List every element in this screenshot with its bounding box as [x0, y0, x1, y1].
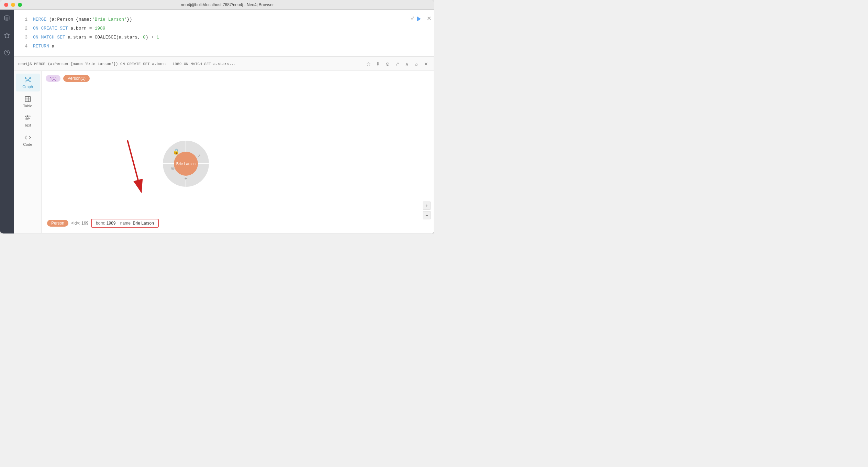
query-preview: neo4j$ MERGE (a:Person {name:'Brie Larso…	[18, 62, 362, 66]
svg-text:↗: ↗	[197, 153, 201, 159]
id-text: <id>: 169	[71, 221, 88, 226]
bottom-person-badge[interactable]: Person	[47, 220, 68, 227]
svg-point-2	[4, 50, 10, 55]
result-close-button[interactable]: ✕	[423, 61, 430, 67]
result-body: Graph Table	[14, 71, 434, 233]
run-button[interactable]	[415, 15, 423, 23]
nav-graph-label: Graph	[22, 85, 33, 89]
search-icon[interactable]: ⌕	[413, 61, 420, 67]
code-expand-button[interactable]: ⤢	[411, 15, 415, 21]
node-label: Brie Larson	[176, 161, 196, 166]
circle-menu: 🔒 ↗ ✦ ⊕ Brie Larson	[162, 140, 210, 188]
nav-graph[interactable]: Graph	[16, 74, 40, 91]
born-label: born:	[96, 221, 105, 226]
nav-text-label: Text	[24, 123, 31, 127]
main-content: 1 MERGE (a:Person {name:'Brie Larson'}) …	[14, 10, 434, 234]
code-close-button[interactable]: ✕	[427, 15, 431, 22]
nav-table[interactable]: Table	[16, 93, 40, 111]
close-button[interactable]	[4, 3, 8, 7]
help-icon[interactable]	[2, 47, 12, 58]
svg-point-8	[25, 81, 26, 82]
name-value: Brie Larson	[133, 221, 154, 226]
zoom-in-button[interactable]: +	[423, 202, 431, 210]
nav-code[interactable]: Code	[16, 131, 40, 149]
svg-line-13	[29, 80, 30, 81]
svg-text:A: A	[26, 115, 28, 118]
born-value: 1989	[107, 221, 116, 226]
star-icon[interactable]	[2, 30, 12, 41]
expand-result-button[interactable]: ⤢	[394, 61, 401, 67]
asterisk-badge[interactable]: *(1)	[46, 75, 60, 82]
app-window: neo4j@bolt://localhost:7687/neo4j - Neo4…	[0, 0, 434, 234]
result-frame: neo4j$ MERGE (a:Person {name:'Brie Larso…	[14, 57, 434, 234]
chevron-up-icon[interactable]: ∧	[403, 61, 410, 67]
app-body: 1 MERGE (a:Person {name:'Brie Larson'}) …	[0, 10, 434, 234]
svg-point-0	[4, 16, 9, 18]
graph-area: *(1) Person(1)	[42, 71, 434, 233]
node-badges: *(1) Person(1)	[46, 75, 90, 82]
code-line-1: 1 MERGE (a:Person {name:'Brie Larson'})	[14, 15, 434, 24]
detail-box: born: 1989 name: Brie Larson	[91, 219, 159, 228]
name-label: name:	[120, 221, 132, 226]
result-toolbar: neo4j$ MERGE (a:Person {name:'Brie Larso…	[14, 57, 434, 71]
maximize-button[interactable]	[18, 3, 22, 7]
svg-point-7	[30, 77, 31, 78]
sidebar	[0, 10, 14, 234]
nav-text[interactable]: A Text	[16, 112, 40, 130]
code-line-3: 3 ON MATCH SET a.stars = COALESCE(a.star…	[14, 33, 434, 42]
minimize-button[interactable]	[11, 3, 15, 7]
code-editor: 1 MERGE (a:Person {name:'Brie Larson'}) …	[14, 10, 434, 57]
download-icon[interactable]: ⬇	[375, 61, 381, 67]
svg-marker-1	[4, 33, 10, 38]
svg-line-10	[26, 78, 27, 79]
code-line-4: 4 RETURN a	[14, 42, 434, 51]
zoom-out-button[interactable]: −	[423, 211, 431, 219]
svg-marker-4	[417, 16, 421, 21]
window-title: neo4j@bolt://localhost:7687/neo4j - Neo4…	[25, 2, 430, 7]
zoom-controls: + −	[423, 202, 431, 219]
bottom-info: Person <id>: 169 born: 1989 name: Brie L…	[47, 219, 159, 228]
bookmark-icon[interactable]: ☆	[365, 61, 372, 67]
code-line-2: 2 ON CREATE SET a.born = 1989	[14, 24, 434, 33]
svg-point-9	[30, 81, 31, 82]
node-center[interactable]: Brie Larson	[174, 152, 198, 176]
database-icon[interactable]	[2, 13, 12, 23]
nav-table-label: Table	[23, 104, 32, 108]
svg-rect-14	[25, 97, 30, 102]
graph-node-container: 🔒 ↗ ✦ ⊕ Brie Larson	[162, 140, 210, 188]
svg-line-33	[127, 140, 141, 192]
arrow-annotation	[83, 137, 165, 206]
person-badge[interactable]: Person(1)	[63, 75, 90, 82]
svg-text:✦: ✦	[184, 176, 188, 181]
svg-line-12	[26, 80, 27, 81]
result-nav: Graph Table	[14, 71, 42, 233]
title-bar: neo4j@bolt://localhost:7687/neo4j - Neo4…	[0, 0, 434, 10]
svg-line-11	[29, 78, 30, 79]
pin-icon[interactable]: ⊙	[384, 61, 391, 67]
nav-code-label: Code	[23, 142, 32, 146]
svg-point-6	[25, 77, 26, 78]
